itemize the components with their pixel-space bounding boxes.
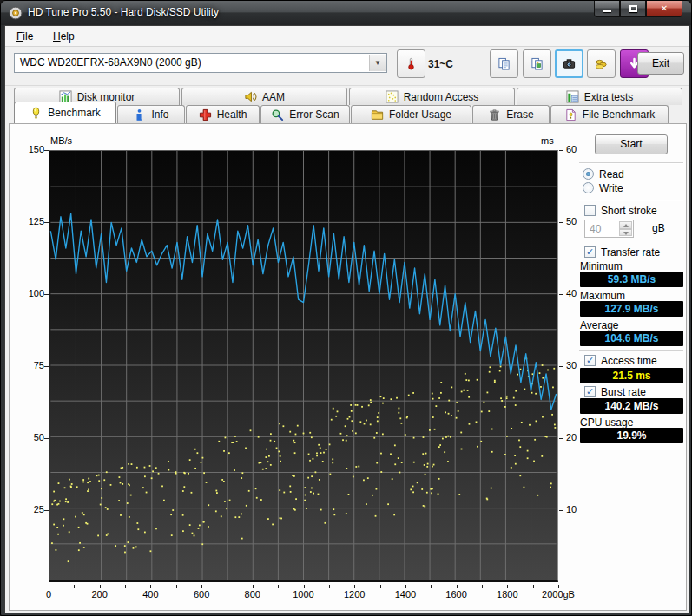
x-minor-tick bbox=[100, 585, 101, 588]
tab-folder-usage[interactable]: Folder Usage bbox=[351, 105, 471, 123]
x-tick-label: 1800 bbox=[483, 589, 531, 600]
menu-file[interactable]: File bbox=[10, 29, 39, 44]
x-minor-tick bbox=[74, 585, 75, 588]
tab-benchmark[interactable]: Benchmark bbox=[14, 102, 116, 123]
y-left-tick bbox=[44, 150, 49, 151]
y-right-axis-unit: ms bbox=[541, 135, 554, 146]
benchmark-chart bbox=[49, 150, 558, 582]
benchmark-page: MB/s ms Start Read Write Short stroke 40… bbox=[9, 123, 687, 611]
gb-unit-label: gB bbox=[652, 222, 665, 234]
spinner-up-icon[interactable] bbox=[619, 221, 632, 229]
tab-label: Erase bbox=[506, 108, 533, 121]
read-radio[interactable] bbox=[583, 168, 594, 180]
x-minor-tick bbox=[558, 585, 559, 588]
x-minor-tick bbox=[150, 585, 151, 588]
y-left-tick bbox=[44, 222, 49, 223]
y-right-tick bbox=[559, 510, 563, 511]
temperature-button[interactable] bbox=[397, 49, 425, 78]
minimum-label: Minimum bbox=[580, 260, 623, 272]
menu-help[interactable]: Help bbox=[47, 29, 81, 44]
access-time-label: Access time bbox=[601, 355, 657, 367]
minimize-button[interactable] bbox=[594, 1, 620, 17]
copy-image-button[interactable] bbox=[523, 49, 551, 78]
x-minor-tick bbox=[482, 585, 483, 588]
tab-aam[interactable]: AAM bbox=[181, 88, 347, 105]
short-stroke-checkbox[interactable] bbox=[584, 205, 596, 216]
maximum-value: 127.9 MB/s bbox=[580, 301, 683, 317]
tab-label: File Benchmark bbox=[583, 108, 655, 121]
divider bbox=[579, 162, 683, 164]
short-stroke-size-value: 40 bbox=[590, 223, 601, 235]
maximize-icon bbox=[629, 5, 637, 12]
burst-rate-checkbox[interactable]: ✓ bbox=[584, 386, 596, 397]
drive-select[interactable]: WDC WD20EFRX-68AX9N0 (2000 gB) ▼ bbox=[14, 53, 387, 73]
maximize-button[interactable] bbox=[620, 1, 646, 17]
tab-erase[interactable]: Erase bbox=[472, 105, 550, 123]
x-minor-tick bbox=[457, 585, 458, 588]
exit-button[interactable]: Exit bbox=[637, 52, 684, 75]
tab-row-bottom: Benchmark Info Health bbox=[14, 105, 684, 124]
tab-label: Health bbox=[217, 108, 247, 121]
close-button[interactable]: ✕ bbox=[646, 1, 682, 17]
y-left-axis-unit: MB/s bbox=[50, 135, 72, 146]
short-stroke-size-input[interactable]: 40 bbox=[584, 220, 634, 238]
spinner-down-icon[interactable] bbox=[619, 229, 632, 237]
camera-icon bbox=[563, 57, 576, 70]
x-minor-tick bbox=[278, 585, 279, 588]
tab-label: Folder Usage bbox=[389, 108, 451, 121]
y-right-tick bbox=[559, 294, 563, 295]
x-minor-tick bbox=[125, 585, 126, 588]
health-cross-icon bbox=[199, 108, 212, 121]
window-title: HD Tune Pro 5.50 - Hard Disk/SSD Utility bbox=[28, 6, 219, 18]
title-bar[interactable]: HD Tune Pro 5.50 - Hard Disk/SSD Utility… bbox=[1, 1, 691, 25]
access-time-checkbox[interactable]: ✓ bbox=[584, 355, 596, 366]
toolbar: WDC WD20EFRX-68AX9N0 (2000 gB) ▼ 31~C bbox=[5, 48, 689, 86]
trash-icon bbox=[488, 108, 501, 121]
menu-bar: File Help bbox=[5, 26, 689, 47]
x-minor-tick bbox=[329, 585, 330, 588]
tab-health[interactable]: Health bbox=[186, 105, 260, 123]
divider bbox=[579, 200, 683, 201]
file-benchmark-icon bbox=[564, 108, 577, 121]
x-tick-label: 1400 bbox=[381, 589, 430, 600]
start-button[interactable]: Start bbox=[595, 134, 668, 154]
y-left-tick-label: 125 bbox=[18, 216, 44, 226]
y-right-tick bbox=[559, 438, 563, 439]
x-tick-label: 1200 bbox=[330, 589, 379, 600]
y-right-tick bbox=[559, 366, 563, 367]
y-right-tick bbox=[559, 222, 563, 223]
tab-file-benchmark[interactable]: File Benchmark bbox=[550, 105, 669, 123]
x-minor-tick bbox=[304, 585, 305, 588]
tab-random-access[interactable]: Random Access bbox=[349, 88, 515, 105]
tab-label: AAM bbox=[262, 91, 285, 103]
y-right-tick-label: 20 bbox=[566, 432, 577, 442]
tab-info[interactable]: Info bbox=[117, 105, 185, 123]
x-tick-label: 200 bbox=[76, 589, 124, 600]
magnifier-icon bbox=[271, 108, 284, 121]
x-tick-label: 0 bbox=[24, 589, 73, 600]
x-minor-tick bbox=[201, 585, 202, 588]
x-tick-label: 800 bbox=[228, 589, 277, 600]
short-stroke-label: Short stroke bbox=[601, 205, 657, 217]
transfer-rate-checkbox[interactable]: ✓ bbox=[584, 246, 596, 258]
cpu-usage-value: 19.9% bbox=[580, 428, 683, 443]
x-tick-label: 2000gB bbox=[534, 589, 583, 600]
write-radio[interactable] bbox=[583, 182, 594, 193]
x-minor-tick bbox=[431, 585, 432, 588]
cpu-usage-label: CPU usage bbox=[580, 416, 633, 429]
x-tick-label: 600 bbox=[177, 589, 226, 600]
tab-error-scan[interactable]: Error Scan bbox=[260, 105, 350, 123]
save-results-button[interactable] bbox=[587, 49, 616, 78]
average-label: Average bbox=[580, 319, 618, 331]
copy-text-button[interactable] bbox=[490, 49, 518, 78]
x-tick-label: 1600 bbox=[432, 589, 481, 600]
tab-extra-tests[interactable]: Extra tests bbox=[517, 88, 682, 105]
tab-label: Info bbox=[151, 108, 168, 121]
screenshot-button[interactable] bbox=[555, 49, 583, 78]
minimize-icon bbox=[603, 10, 611, 12]
tab-label: Error Scan bbox=[289, 108, 339, 121]
x-minor-tick bbox=[533, 585, 534, 588]
y-left-tick-label: 25 bbox=[18, 504, 44, 514]
close-icon: ✕ bbox=[661, 3, 668, 13]
y-left-tick bbox=[44, 510, 49, 511]
